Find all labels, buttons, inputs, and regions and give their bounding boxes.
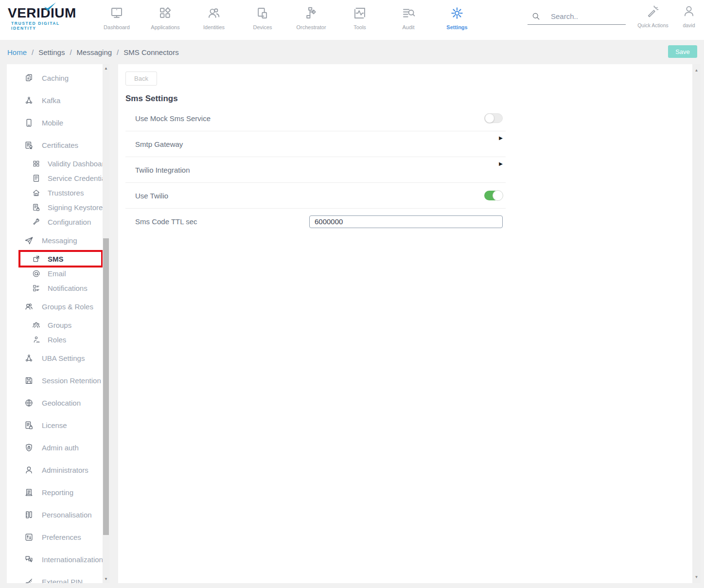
nav-item-identities[interactable]: Identities [190,4,238,30]
breadcrumb-separator: / [117,48,119,56]
sidebar-item-groups-roles[interactable]: Groups & Roles [7,295,103,318]
breadcrumb: Home / Settings / Messaging / SMS Connec… [7,40,179,64]
sms-settings-panel: Back Sms Settings Use Mock Sms Service S… [118,64,692,583]
nav-item-dashboard[interactable]: Dashboard [92,4,141,30]
certificate-icon [24,141,34,150]
magic-wand-icon [646,4,660,18]
people-icon [24,302,34,311]
row-use-mock-sms-service: Use Mock Sms Service [125,106,506,131]
sidebar-item-external-pin[interactable]: External PIN [7,570,103,583]
sidebar-item-administrators[interactable]: Administrators [7,459,103,481]
group-icon [32,321,40,329]
save-button[interactable]: Save [668,45,697,58]
expand-arrow-icon[interactable]: ▶ [499,135,503,141]
sidebar-item-uba-settings[interactable]: UBA Settings [7,347,103,369]
sidebar-item-preferences[interactable]: Preferences [7,526,103,548]
nav-label: Devices [253,24,272,30]
scroll-up-icon[interactable]: ▲ [103,66,109,71]
sidebar-item-geolocation[interactable]: Geolocation [7,392,103,414]
house-icon [32,189,40,197]
breadcrumb-settings[interactable]: Settings [38,48,65,56]
sidebar-scrollbar-thumb[interactable] [103,238,109,535]
nav-item-audit[interactable]: Audit [384,4,433,30]
quick-actions-button[interactable]: Quick Actions [634,4,672,28]
sms-code-ttl-input[interactable] [309,215,503,228]
sidebar-item-validity-dashboard[interactable]: Validity Dashboard [7,156,103,171]
back-button[interactable]: Back [125,71,157,86]
nav-item-settings[interactable]: Settings [433,4,481,30]
row-label: Twilio Integration [135,166,190,174]
breadcrumb-messaging[interactable]: Messaging [77,48,112,56]
report-icon [24,488,34,497]
ruler-icon [24,510,34,519]
sidebar-item-service-credentials[interactable]: Service Credentials [7,171,103,185]
nav-item-devices[interactable]: Devices [238,4,287,30]
breadcrumb-home[interactable]: Home [7,48,27,56]
scroll-down-icon[interactable]: ▼ [692,575,701,579]
sidebar-item-signing-keystore[interactable]: Signing Keystore [7,200,103,214]
quick-actions-label: Quick Actions [637,22,669,28]
sidebar-item-caching[interactable]: Caching [7,67,103,89]
shield-lock-icon [24,443,34,452]
expand-arrow-icon[interactable]: ▶ [499,161,503,166]
row-label: Use Twilio [135,192,168,200]
row-sms-code-ttl: Sms Code TTL sec [125,209,506,234]
phone-icon [24,118,34,127]
sidebar-item-session-retention[interactable]: Session Retention [7,369,103,392]
scroll-down-icon[interactable]: ▼ [103,577,109,581]
nav-item-tools[interactable]: Tools [335,4,384,30]
nav-item-applications[interactable]: Applications [141,4,190,30]
use-twilio-toggle[interactable] [484,191,503,200]
document-lock-icon [24,421,34,430]
sidebar-item-kafka[interactable]: Kafka [7,89,103,111]
user-menu[interactable]: david [677,4,701,28]
sidebar-item-personalisation[interactable]: Personalisation [7,503,103,526]
row-label: Smtp Gateway [135,140,183,148]
row-label: Sms Code TTL sec [135,217,197,226]
row-use-twilio: Use Twilio [125,183,506,209]
sidebar-item-email[interactable]: Email [7,266,103,281]
document-lock-icon [32,203,40,212]
people-icon [207,6,221,20]
sidebar-scrollbar[interactable]: ▲ ▼ [103,64,109,583]
veridium-logo: VERIDIUM TRUSTED DIGITAL IDENTITY [8,6,86,31]
scroll-up-icon[interactable]: ▲ [692,68,701,72]
row-label: Use Mock Sms Service [135,114,211,123]
sidebar-item-groups[interactable]: Groups [7,318,103,332]
person-icon [682,4,696,18]
wrench-icon [32,218,40,226]
app-root: VERIDIUM TRUSTED DIGITAL IDENTITY Dashbo… [0,0,704,588]
sidebar-item-roles[interactable]: Roles [7,332,103,347]
translate-icon [24,555,34,564]
sidebar-item-internationalization[interactable]: Internationalization [7,548,103,570]
paper-plane-icon [24,236,34,245]
nav-label: Audit [402,24,414,30]
preferences-icon [24,533,34,542]
global-search [528,12,626,25]
sidebar-item-certificates[interactable]: Certificates [7,134,103,156]
sidebar-item-reporting[interactable]: Reporting [7,481,103,503]
row-smtp-gateway[interactable]: Smtp Gateway ▶ [125,131,506,157]
at-sign-icon [32,269,40,278]
floppy-icon [24,376,34,385]
search-input[interactable] [551,12,619,20]
nav-item-orchestrator[interactable]: Orchestrator [287,4,335,30]
top-header: VERIDIUM TRUSTED DIGITAL IDENTITY Dashbo… [0,0,704,40]
nav-label: Tools [353,24,366,30]
sidebar-item-sms[interactable]: SMS [7,251,103,266]
devices-icon [255,6,270,20]
sidebar-item-mobile[interactable]: Mobile [7,111,103,134]
monitor-icon [109,6,124,20]
sidebar-item-messaging[interactable]: Messaging [7,229,103,251]
nav-label: Settings [446,24,467,30]
sidebar-item-truststores[interactable]: Truststores [7,185,103,200]
sidebar-item-license[interactable]: License [7,414,103,436]
sidebar-item-admin-auth[interactable]: Admin auth [7,436,103,459]
flow-icon [304,6,318,20]
sidebar-item-notifications[interactable]: Notifications [7,281,103,295]
use-mock-sms-toggle[interactable] [484,113,503,123]
sidebar-item-configuration[interactable]: Configuration [7,214,103,229]
row-twilio-integration[interactable]: Twilio Integration ▶ [125,157,506,183]
app-grid-icon [158,6,173,20]
page-scrollbar[interactable]: ▲ ▼ [692,64,701,583]
